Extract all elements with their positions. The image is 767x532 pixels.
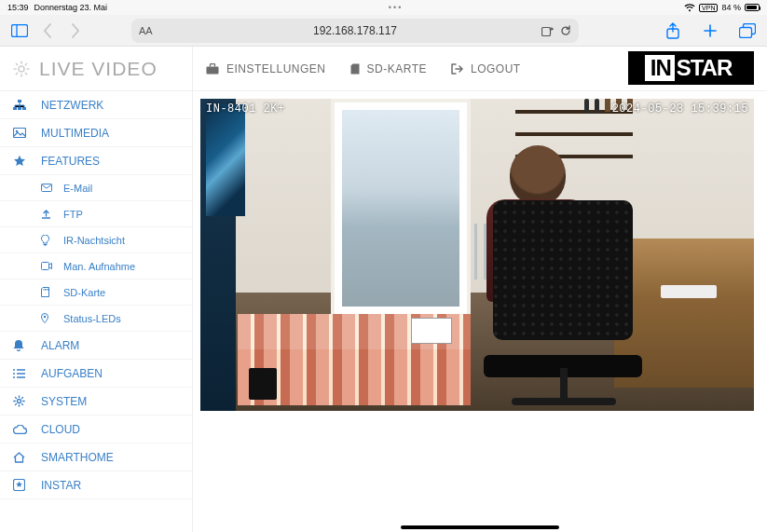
sidebar-item-features[interactable]: FEATURES: [0, 147, 192, 174]
sidebar-item-instar[interactable]: INSTAR: [0, 471, 192, 498]
settings-link[interactable]: EINSTELLUNGEN: [206, 62, 326, 75]
sidebar-sub-ftp[interactable]: FTP: [0, 200, 192, 226]
sidebar-item-multimedia[interactable]: MULTIMEDIA: [0, 119, 192, 146]
list-icon: [13, 369, 28, 378]
url-text: 192.168.178.117: [313, 24, 397, 37]
sidebar-item-label: FEATURES: [41, 155, 100, 168]
briefcase-icon: [206, 63, 219, 75]
cog-icon: [13, 395, 28, 407]
home-icon: [13, 452, 28, 463]
svg-rect-5: [740, 27, 752, 37]
gear-icon: [13, 61, 30, 77]
sidebar-item-netzwerk[interactable]: NETZWERK: [0, 91, 192, 118]
sidebar-sub-label: FTP: [63, 209, 83, 220]
lightbulb-icon: [41, 235, 54, 246]
reload-button[interactable]: [560, 25, 571, 36]
sidebar-sub-label: Status-LEDs: [63, 313, 121, 324]
image-icon: [13, 128, 28, 138]
status-time: 15:39: [7, 3, 29, 12]
ios-status-bar: 15:39 Donnerstag 23. Mai ••• VPN 84 %: [0, 0, 767, 15]
sidebar-title: LIVE VIDEO: [39, 58, 158, 80]
sitemap-icon: [13, 100, 28, 111]
top-link-label: SD-KARTE: [367, 62, 427, 75]
sidebar-item-label: MULTIMEDIA: [41, 127, 109, 140]
battery-percentage: 84 %: [721, 3, 741, 12]
back-button[interactable]: [37, 20, 58, 41]
star-outline-icon: [13, 479, 28, 491]
svg-rect-7: [18, 100, 21, 102]
sidebar-item-cloud[interactable]: CLOUD: [0, 416, 192, 443]
sidebar-item-label: CLOUD: [41, 423, 80, 436]
tabs-button[interactable]: [737, 20, 758, 41]
svg-point-6: [19, 66, 24, 72]
sidebar-toggle-button[interactable]: [9, 20, 30, 41]
new-tab-button[interactable]: [700, 20, 720, 41]
sidebar-sub-recording[interactable]: Man. Aufnahme: [0, 252, 192, 279]
logo-part-star: STAR: [675, 55, 738, 81]
text-size-button[interactable]: AA: [139, 25, 153, 36]
video-scene-placeholder: [200, 99, 754, 411]
svg-point-16: [18, 400, 21, 403]
extensions-icon[interactable]: [541, 25, 555, 36]
sidebar-sub-label: SD-Karte: [63, 287, 105, 298]
features-submenu: E-Mail FTP IR-Nachtsicht Man. Aufnahme S…: [0, 174, 192, 331]
envelope-icon: [41, 184, 54, 192]
bell-icon: [13, 339, 28, 351]
sidebar-sub-label: IR-Nachtsicht: [63, 235, 125, 246]
sidebar-item-smarthome[interactable]: SMARTHOME: [0, 443, 192, 471]
sidebar-sub-ir[interactable]: IR-Nachtsicht: [0, 226, 192, 252]
svg-rect-2: [542, 27, 551, 35]
svg-point-15: [44, 316, 46, 318]
ios-home-indicator[interactable]: [401, 525, 559, 529]
safari-toolbar: AA 192.168.178.117: [0, 15, 767, 47]
logout-icon: [451, 63, 463, 75]
top-link-label: EINSTELLUNGEN: [226, 62, 326, 75]
sidebar-item-alarm[interactable]: ALARM: [0, 332, 192, 359]
forward-button[interactable]: [65, 20, 86, 41]
sidebar-item-label: AUFGABEN: [41, 367, 103, 380]
vpn-badge: VPN: [699, 4, 718, 12]
sd-card-icon: [350, 63, 360, 75]
address-bar[interactable]: AA 192.168.178.117: [131, 19, 579, 43]
sidebar-header[interactable]: LIVE VIDEO: [0, 47, 192, 91]
sidebar-nav: NETZWERK MULTIMEDIA FEATURES E-Mail FTP: [0, 91, 192, 499]
live-video-container: IN-8401 2K+ 2024-05-23 15:39:15: [193, 91, 767, 411]
sdcard-link[interactable]: SD-KARTE: [350, 62, 427, 75]
svg-rect-14: [42, 263, 49, 270]
live-video-stream[interactable]: IN-8401 2K+ 2024-05-23 15:39:15: [200, 99, 754, 411]
instar-logo: IN STAR: [628, 51, 754, 85]
sidebar: LIVE VIDEO NETZWERK MULTIMEDIA FEATURES …: [0, 47, 193, 532]
sidebar-item-label: SMARTHOME: [41, 451, 114, 464]
svg-rect-0: [12, 24, 28, 36]
sidebar-sub-sdcard[interactable]: SD-Karte: [0, 279, 192, 305]
main-content: EINSTELLUNGEN SD-KARTE LOGOUT IN STAR: [193, 47, 767, 532]
app-shell: LIVE VIDEO NETZWERK MULTIMEDIA FEATURES …: [0, 47, 767, 532]
svg-rect-18: [207, 66, 219, 74]
share-button[interactable]: [663, 20, 683, 41]
osd-timestamp: 2024-05-23 15:39:15: [612, 102, 748, 116]
sidebar-item-label: SYSTEM: [41, 395, 87, 408]
sidebar-item-system[interactable]: SYSTEM: [0, 388, 192, 415]
logo-part-in: IN: [645, 55, 675, 81]
multitasking-dots: •••: [107, 3, 684, 12]
sidebar-sub-label: Man. Aufnahme: [63, 261, 135, 272]
sidebar-sub-label: E-Mail: [63, 183, 92, 194]
sidebar-sub-email[interactable]: E-Mail: [0, 174, 192, 200]
sidebar-sub-leds[interactable]: Status-LEDs: [0, 305, 192, 331]
star-icon: [13, 155, 28, 168]
sd-card-icon: [41, 287, 54, 297]
sidebar-item-label: INSTAR: [41, 479, 81, 492]
svg-rect-10: [22, 107, 26, 110]
cloud-icon: [13, 425, 28, 434]
sidebar-item-aufgaben[interactable]: AUFGABEN: [0, 360, 192, 387]
upload-icon: [41, 209, 54, 219]
logout-link[interactable]: LOGOUT: [451, 62, 521, 75]
svg-rect-9: [18, 107, 21, 110]
svg-rect-11: [14, 129, 26, 138]
battery-icon: [745, 4, 760, 11]
camera-icon: [41, 262, 54, 270]
location-icon: [41, 313, 54, 323]
status-date: Donnerstag 23. Mai: [34, 3, 108, 12]
top-link-label: LOGOUT: [471, 62, 521, 75]
sidebar-item-label: ALARM: [41, 339, 79, 352]
